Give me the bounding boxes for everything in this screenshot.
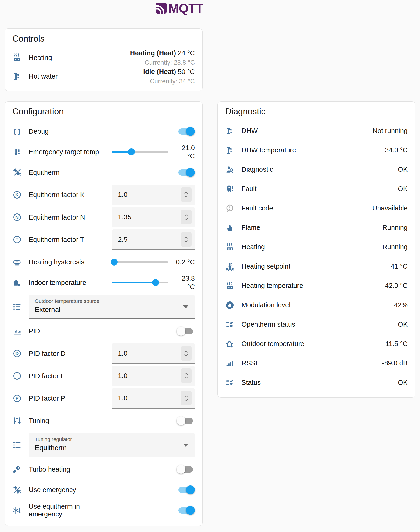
number-stepper[interactable] — [181, 187, 192, 202]
equitherm-factor-k-input[interactable]: 1.0 — [112, 185, 195, 205]
alpha-t-circle-icon: T — [12, 235, 22, 244]
number-value: 1.0 — [118, 394, 181, 402]
dropdown-caret-icon — [183, 443, 188, 447]
pid-factor-i-input[interactable]: 1.0 — [112, 366, 195, 386]
stepper-up-icon[interactable] — [184, 395, 189, 398]
emergency-target-temp-slider[interactable] — [112, 151, 168, 153]
toggle-knob — [186, 506, 195, 515]
config-row-equitherm-factor-k: KEquitherm factor K1.0 — [12, 185, 195, 205]
select-label: Tuning regulator — [35, 436, 181, 443]
slider-value: 23.8 °C — [173, 274, 195, 291]
config-row-use-equitherm-in-emergency: Use equitherm in emergency — [12, 500, 195, 520]
control-state-hot-water[interactable]: Idle (Heat) 50 °CCurrently: 34 °C — [143, 68, 195, 85]
dropdown-caret-icon — [183, 305, 188, 309]
diagnostic-row-outdoor-temperature[interactable]: Outdoor temperature11.5 °C — [225, 334, 408, 354]
stepper-up-icon[interactable] — [184, 236, 189, 239]
config-row-equitherm-factor-t: TEquitherm factor T2.5 — [12, 229, 195, 250]
diagnostic-row-status[interactable]: StatusOK — [225, 373, 408, 392]
debug-toggle[interactable] — [179, 128, 193, 135]
mqtt-logo-text: MQTT — [168, 2, 203, 15]
equitherm-factor-n-input[interactable]: 1.35 — [112, 207, 195, 227]
pid-toggle[interactable] — [179, 328, 193, 334]
turbo-heating-toggle[interactable] — [179, 466, 193, 473]
rocket-icon — [12, 465, 22, 474]
stepper-down-icon[interactable] — [184, 354, 189, 356]
equitherm-toggle[interactable] — [179, 169, 193, 176]
stepper-down-icon[interactable] — [184, 218, 189, 220]
diagnostic-value: 41 °C — [390, 263, 408, 270]
diagnostic-row-modulation-level[interactable]: Modulation level42% — [225, 296, 408, 315]
water-pump-icon — [225, 146, 235, 155]
number-stepper[interactable] — [181, 346, 192, 360]
config-row-pid: PID — [12, 321, 195, 341]
control-row-heating: HeatingHeating (Heat) 24 °CCurrently: 23… — [12, 48, 195, 67]
stepper-down-icon[interactable] — [184, 195, 189, 198]
diagnostic-label: Modulation level — [241, 301, 394, 309]
config-label: Indoor temperature — [29, 279, 112, 287]
slider-thumb[interactable] — [152, 279, 159, 286]
stepper-down-icon[interactable] — [184, 240, 189, 243]
diagnostic-row-diagnostic[interactable]: DiagnosticOK — [225, 160, 408, 179]
control-state-heating[interactable]: Heating (Heat) 24 °CCurrently: 23.8 °C — [130, 49, 195, 66]
number-value: 1.35 — [118, 213, 181, 221]
config-label: Emergency target temp — [29, 148, 112, 156]
indoor-temperature-slider[interactable] — [112, 282, 168, 283]
tuning-regulator-select[interactable]: Tuning regulatorEquitherm — [29, 433, 195, 457]
use-equitherm-in-emergency-toggle[interactable] — [179, 507, 193, 514]
pid-factor-d-input[interactable]: 1.0 — [112, 343, 195, 364]
heating-hysteresis-slider[interactable] — [112, 261, 168, 263]
stepper-down-icon[interactable] — [184, 399, 189, 401]
diagnostic-row-heating[interactable]: HeatingRunning — [225, 237, 408, 257]
control-label: Hot water — [29, 73, 143, 80]
config-control: 1.35 — [112, 207, 195, 227]
diagnostic-row-dhw[interactable]: DHWNot running — [225, 121, 408, 140]
stepper-up-icon[interactable] — [184, 350, 189, 353]
outdoor-temperature-source-select[interactable]: Outdoor temperature sourceExternal — [29, 295, 195, 319]
tuning-toggle[interactable] — [179, 418, 193, 424]
account-wrench-icon — [225, 165, 235, 174]
config-label: PID — [29, 327, 112, 335]
diagnostic-row-rssi[interactable]: RSSI-89.0 dB — [225, 354, 408, 373]
diagnostic-row-dhw-temperature[interactable]: DHW temperature34.0 °C — [225, 140, 408, 160]
config-label: Equitherm factor T — [29, 236, 112, 244]
stepper-up-icon[interactable] — [184, 214, 189, 217]
home-thermometer-icon — [12, 278, 22, 287]
number-value: 2.5 — [118, 236, 181, 243]
snowflake-alert-icon — [12, 506, 22, 515]
number-stepper[interactable] — [181, 391, 192, 405]
alpha-k-circle-icon: K — [12, 190, 22, 200]
alpha-p-circle-icon: P — [12, 394, 22, 403]
diagnostic-label: Opentherm status — [241, 321, 398, 328]
diagnostic-row-opentherm-status[interactable]: Opentherm statusOK — [225, 315, 408, 334]
water-pump-icon — [225, 126, 235, 135]
diagnostic-row-heating-setpoint[interactable]: Heating setpoint41 °C — [225, 257, 408, 276]
slider-thumb[interactable] — [111, 259, 118, 266]
number-stepper[interactable] — [181, 369, 192, 383]
diagnostic-row-fault[interactable]: FaultOK — [225, 179, 408, 199]
pid-factor-p-input[interactable]: 1.0 — [112, 388, 195, 409]
number-stepper[interactable] — [181, 210, 192, 224]
stepper-up-icon[interactable] — [184, 192, 189, 194]
config-control: 23.8 °C — [112, 274, 195, 291]
config-label: Debug — [29, 128, 112, 135]
config-label: Equitherm factor N — [29, 213, 112, 221]
diagnostic-label: Status — [241, 379, 398, 386]
config-row-tuning-regulator: Tuning regulatorEquitherm — [12, 433, 195, 457]
tune-vertical-icon — [12, 416, 22, 425]
use-emergency-toggle[interactable] — [179, 487, 193, 493]
equitherm-factor-t-input[interactable]: 2.5 — [112, 229, 195, 250]
stepper-up-icon[interactable] — [184, 373, 189, 375]
sun-snowflake-icon — [12, 168, 22, 177]
radiator-icon — [225, 242, 235, 252]
slider-thumb[interactable] — [128, 148, 135, 155]
message-alert-icon — [225, 204, 235, 213]
config-row-turbo-heating: Turbo heating — [12, 459, 195, 479]
config-control: 2.5 — [112, 229, 195, 250]
stepper-down-icon[interactable] — [184, 376, 189, 379]
config-control — [112, 128, 195, 135]
number-stepper[interactable] — [181, 232, 192, 247]
diagnostic-row-flame[interactable]: FlameRunning — [225, 218, 408, 237]
diagnostic-row-fault-code[interactable]: Fault codeUnavailable — [225, 199, 408, 218]
toggle-knob — [177, 465, 185, 474]
diagnostic-row-heating-temperature[interactable]: Heating temperature42.0 °C — [225, 276, 408, 296]
